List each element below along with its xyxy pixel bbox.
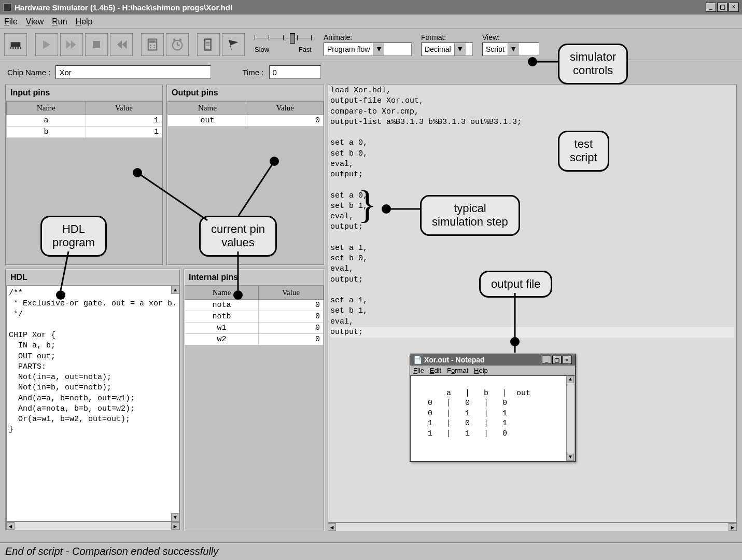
svg-rect-3	[15, 47, 16, 49]
np-menu-file[interactable]: File	[413, 367, 424, 374]
menu-file[interactable]: File	[4, 17, 18, 26]
output-pins-table: NameValue out0	[167, 101, 324, 127]
chip-name-field[interactable]	[55, 65, 211, 79]
format-dropdown[interactable]: Decimal ▼	[421, 43, 473, 56]
svg-rect-2	[12, 47, 13, 49]
svg-marker-26	[229, 39, 239, 50]
clock-button[interactable]	[166, 33, 189, 56]
table-row[interactable]: out0	[168, 115, 324, 127]
animate-value: Program flow	[324, 45, 373, 53]
scroll-down-icon[interactable]: ▼	[171, 513, 179, 522]
svg-rect-9	[93, 41, 100, 48]
internal-pins-table: NameValue nota0notb0w10w20	[185, 286, 324, 345]
animate-label: Animate:	[324, 33, 412, 41]
hdl-title: HDL	[6, 270, 179, 286]
fast-forward-button[interactable]	[60, 33, 83, 56]
np-menu-edit[interactable]: Edit	[430, 367, 441, 374]
table-row[interactable]: notb0	[185, 311, 324, 323]
hdl-hscroll[interactable]: ◄ ►	[6, 522, 179, 530]
table-row[interactable]: w10	[185, 323, 324, 334]
scroll-up-icon[interactable]: ▲	[567, 376, 574, 383]
notepad-window[interactable]: 📄 Xor.out - Notepad _ ▢ × File Edit Form…	[410, 354, 576, 462]
status-bar: End of script - Comparison ended success…	[0, 542, 742, 560]
step-button[interactable]	[35, 33, 58, 56]
menu-view[interactable]: View	[26, 17, 44, 26]
menu-help[interactable]: Help	[76, 17, 93, 26]
chevron-down-icon: ▼	[508, 43, 519, 55]
script-button[interactable]	[197, 33, 220, 56]
np-minimize-button[interactable]: _	[542, 356, 551, 364]
rewind-button[interactable]	[110, 33, 133, 56]
callout-hdl-program: HDL program	[40, 216, 107, 257]
format-label: Format:	[421, 33, 473, 41]
svg-point-14	[150, 45, 151, 46]
menu-run[interactable]: Run	[52, 17, 67, 26]
scroll-down-icon[interactable]: ▼	[567, 454, 574, 461]
np-maximize-button[interactable]: ▢	[552, 356, 562, 364]
brace-icon: }	[358, 185, 376, 224]
scroll-up-icon[interactable]: ▲	[171, 286, 179, 294]
window-title: Hardware Simulator (1.4b5) - H:\hack\shi…	[15, 3, 232, 12]
script-hscroll[interactable]: ◄ ►	[328, 523, 737, 531]
svg-rect-0	[11, 42, 21, 47]
toolbar: Slow Fast Animate: Program flow ▼ Format…	[0, 29, 742, 60]
np-vscroll[interactable]: ▲ ▼	[566, 376, 575, 461]
view-label: View:	[482, 33, 539, 41]
hdl-panel: HDL /** * Exclusive-or gate. out = a xor…	[5, 269, 180, 531]
np-menu-format[interactable]: Format	[447, 367, 468, 374]
maximize-button[interactable]: ▢	[717, 3, 727, 12]
callout-test-script: test script	[558, 131, 609, 172]
notepad-text: a | b | out 0 | 0 | 0 0 | 1 | 1 1 | 0 | …	[414, 389, 530, 438]
time-field[interactable]	[269, 65, 321, 79]
dot	[133, 168, 142, 177]
hdl-code-area[interactable]: /** * Exclusive-or gate. out = a xor b. …	[6, 286, 179, 522]
chevron-down-icon: ▼	[454, 43, 466, 55]
scroll-left-icon[interactable]: ◄	[328, 523, 336, 531]
dot	[382, 204, 391, 214]
svg-point-21	[173, 38, 176, 41]
output-pins-title: Output pins	[167, 85, 324, 101]
animate-dropdown[interactable]: Program flow ▼	[324, 43, 412, 56]
chip-bar: Chip Name : Time :	[0, 60, 742, 81]
scroll-right-icon[interactable]: ►	[171, 522, 179, 530]
input-pins-table: NameValue a1b1	[6, 101, 162, 138]
svg-point-15	[153, 45, 155, 46]
internal-pins-panel: Internal pins NameValue nota0notb0w10w20	[184, 269, 325, 531]
table-row[interactable]: b1	[7, 127, 162, 138]
table-row[interactable]: a1	[7, 115, 162, 127]
col-value: Value	[259, 286, 324, 300]
table-row[interactable]: w20	[185, 334, 324, 345]
col-value: Value	[86, 102, 162, 115]
view-dropdown[interactable]: Script ▼	[482, 43, 539, 56]
notepad-body[interactable]: a | b | out 0 | 0 | 0 0 | 1 | 1 1 | 0 | …	[410, 375, 575, 461]
scroll-right-icon[interactable]: ►	[729, 523, 737, 531]
col-value: Value	[247, 102, 323, 115]
col-name: Name	[185, 286, 259, 300]
dot	[56, 290, 65, 300]
svg-point-16	[150, 47, 151, 48]
close-button[interactable]: ×	[729, 3, 739, 12]
svg-rect-1	[10, 47, 11, 49]
speed-slider[interactable]: Slow Fast	[252, 35, 314, 53]
svg-marker-8	[71, 40, 76, 48]
slow-label: Slow	[255, 46, 269, 53]
svg-point-17	[153, 47, 155, 48]
internal-pins-title: Internal pins	[185, 270, 324, 286]
minimize-button[interactable]: _	[706, 3, 716, 12]
np-menu-help[interactable]: Help	[474, 367, 488, 374]
scroll-left-icon[interactable]: ◄	[6, 522, 15, 530]
notepad-menubar: File Edit Format Help	[410, 366, 575, 375]
callout-current-pin-values: current pin values	[199, 216, 277, 257]
dot	[510, 337, 520, 346]
notepad-icon: 📄	[413, 356, 422, 364]
np-close-button[interactable]: ×	[563, 356, 572, 364]
table-row[interactable]: nota0	[185, 300, 324, 311]
menubar: File View Run Help	[0, 15, 742, 29]
svg-point-22	[179, 38, 182, 41]
stop-button[interactable]	[85, 33, 108, 56]
svg-rect-13	[149, 40, 156, 43]
chip-button[interactable]	[4, 33, 27, 56]
calculator-button[interactable]	[141, 33, 164, 56]
svg-rect-4	[18, 47, 19, 49]
breakpoint-button[interactable]	[222, 33, 245, 56]
